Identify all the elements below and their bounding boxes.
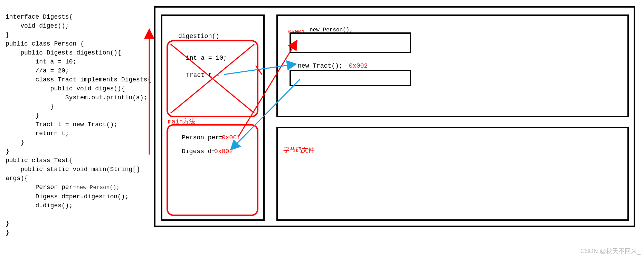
main-frame bbox=[167, 125, 258, 215]
diagram-svg bbox=[0, 0, 644, 258]
heap-obj-tract bbox=[290, 70, 410, 86]
heap-obj-person bbox=[290, 33, 410, 52]
method-area-box bbox=[277, 128, 628, 220]
blue-arrow-to-tract bbox=[224, 64, 295, 75]
blue-arrow-from-tract bbox=[231, 79, 300, 149]
red-arrow-to-person bbox=[238, 41, 296, 137]
stack-box bbox=[162, 15, 264, 220]
heap-box bbox=[277, 15, 628, 117]
